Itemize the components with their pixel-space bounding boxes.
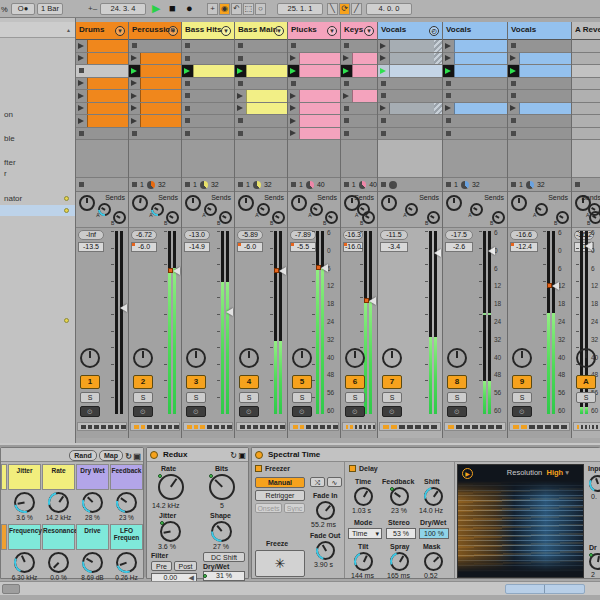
clip-launch-button[interactable] — [129, 103, 140, 115]
stop-all-icon[interactable] — [381, 182, 386, 187]
macro-knob[interactable] — [82, 552, 103, 573]
clip-launch-button[interactable] — [443, 53, 454, 65]
clip-slot[interactable] — [288, 90, 340, 103]
clip-slot[interactable] — [443, 53, 507, 66]
pan-knob[interactable] — [291, 195, 307, 211]
arm-button[interactable]: ⊙ — [382, 406, 402, 417]
stop-button[interactable]: ■ — [169, 2, 176, 14]
clip[interactable] — [246, 90, 287, 102]
clip-slot[interactable] — [76, 78, 128, 91]
peak-level-display[interactable]: -Inf — [78, 230, 104, 240]
clip-slot[interactable] — [508, 128, 571, 141]
delay-toggle[interactable]: Delay — [349, 465, 378, 472]
clip-stop-button[interactable] — [182, 103, 193, 115]
mask-knob[interactable] — [424, 552, 443, 571]
clip-stop-button[interactable] — [235, 78, 246, 90]
clip[interactable] — [389, 40, 442, 52]
clip-slot[interactable] — [76, 90, 128, 103]
track-activator-button[interactable]: 1 — [80, 375, 100, 389]
clip-slot[interactable] — [572, 53, 600, 66]
volume-fader-handle[interactable] — [581, 242, 592, 250]
clip-slot[interactable] — [182, 103, 234, 116]
clip-slot[interactable] — [572, 103, 600, 116]
pan-knob[interactable] — [511, 195, 527, 211]
clip[interactable] — [299, 128, 340, 140]
stop-all-icon[interactable] — [79, 182, 84, 187]
clip-slot[interactable] — [341, 65, 377, 78]
clip[interactable] — [140, 103, 181, 115]
device-on-led[interactable] — [255, 451, 263, 459]
stereo-slider[interactable]: 53 % — [386, 528, 416, 539]
chevron-down-icon[interactable]: ▼ — [221, 26, 231, 36]
clip-slot[interactable] — [129, 90, 181, 103]
clip-stop-button[interactable] — [443, 90, 454, 102]
clip-launch-button[interactable] — [76, 103, 87, 115]
clip-launch-button[interactable] — [572, 115, 583, 127]
macro-knob[interactable] — [116, 492, 137, 513]
solo-button[interactable]: S — [345, 392, 365, 403]
macro-control[interactable]: Dry Wet28 % — [76, 464, 109, 522]
track-header[interactable]: Keys▼ — [341, 22, 377, 40]
freeze-button[interactable]: ✳ — [255, 550, 305, 577]
clip-launch-button[interactable] — [443, 40, 454, 52]
freezer-checkbox[interactable] — [255, 465, 262, 472]
clip-stop-button[interactable] — [378, 78, 389, 90]
clip-slot[interactable] — [129, 115, 181, 128]
clip[interactable] — [352, 53, 377, 65]
macro-control[interactable]: Frequency6.30 kHz — [8, 524, 41, 582]
clip-slot[interactable] — [129, 53, 181, 66]
clip-slot[interactable] — [443, 78, 507, 91]
clip-launch-button[interactable] — [572, 65, 583, 77]
stop-all-icon[interactable] — [291, 182, 296, 187]
loop-start-display[interactable]: 25. 1. 1 — [277, 3, 323, 15]
retrigger-button[interactable]: Retrigger — [255, 490, 305, 501]
fade-out-knob[interactable] — [316, 541, 335, 560]
clip-stop-button[interactable] — [182, 53, 193, 65]
volume-fader-handle[interactable] — [484, 247, 495, 255]
clip-slot[interactable] — [572, 78, 600, 91]
clip[interactable] — [519, 53, 571, 65]
clip[interactable] — [454, 40, 507, 52]
clip[interactable] — [454, 53, 507, 65]
jitter-knob[interactable] — [160, 521, 181, 542]
clip-slot[interactable] — [572, 128, 600, 141]
clip-launch-button[interactable] — [508, 65, 519, 77]
clip-slot[interactable] — [235, 128, 287, 141]
track-header[interactable]: Plucks▼ — [288, 22, 340, 40]
clip-slot[interactable] — [341, 103, 377, 116]
macro-knob[interactable] — [48, 552, 69, 573]
peak-level-display[interactable]: -5.89 — [237, 230, 263, 240]
macro-knob[interactable] — [82, 492, 103, 513]
clip-slot[interactable] — [378, 65, 442, 78]
clip-stop-button[interactable] — [182, 40, 193, 52]
clip-playing[interactable] — [140, 65, 181, 77]
clip-slot[interactable] — [182, 65, 234, 78]
mode-dropdown[interactable]: Time▾ — [348, 528, 382, 539]
clip-launch-button[interactable] — [288, 53, 299, 65]
clip-launch-button[interactable] — [76, 53, 87, 65]
stop-all-icon[interactable] — [238, 182, 243, 187]
clip-launch-button[interactable] — [182, 65, 193, 77]
clip-stop-button[interactable] — [288, 78, 299, 90]
macro-control[interactable]: LFO Frequen0.26 Hz — [110, 524, 143, 582]
punch-out-button[interactable]: ╱ — [351, 3, 362, 15]
clip-launch-button[interactable] — [288, 115, 299, 127]
solo-button[interactable]: S — [80, 392, 100, 403]
freezer-toggle[interactable]: Freezer — [255, 465, 290, 472]
clip-stop-button[interactable] — [76, 128, 87, 140]
sync-button[interactable]: Sync — [284, 503, 305, 513]
macro-knob[interactable] — [48, 492, 69, 513]
peak-level-display[interactable]: -16.6 — [510, 230, 538, 240]
clip-launch-button[interactable] — [76, 40, 87, 52]
clip-slot[interactable] — [129, 40, 181, 53]
clip-slot[interactable] — [129, 78, 181, 91]
clip[interactable] — [299, 90, 340, 102]
solo-button[interactable]: S — [239, 392, 259, 403]
volume-value-box[interactable]: -13.5 — [78, 242, 104, 252]
clip-stop-button[interactable] — [341, 128, 352, 140]
clip-launch-button[interactable] — [129, 78, 140, 90]
clip-slot[interactable] — [508, 53, 571, 66]
input-send-knob[interactable] — [589, 475, 600, 492]
clip-slot[interactable] — [288, 115, 340, 128]
tilt-knob[interactable] — [354, 552, 373, 571]
